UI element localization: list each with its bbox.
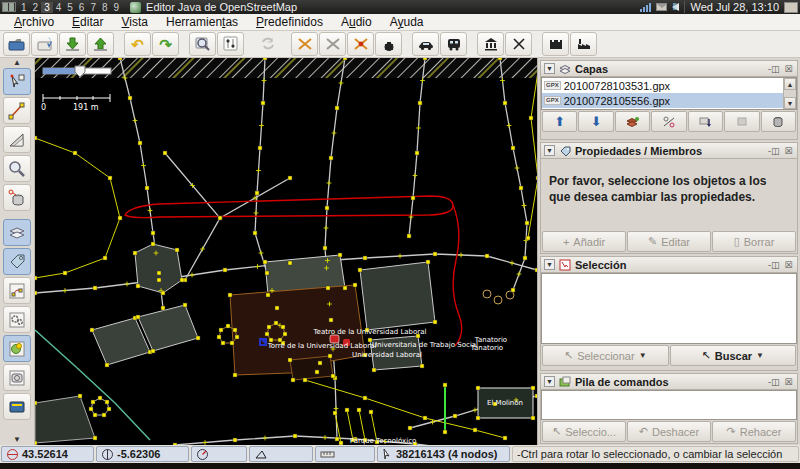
undo-button[interactable]: ↶ <box>124 32 151 56</box>
map-node[interactable] <box>363 256 367 260</box>
relation-list-button[interactable] <box>3 277 31 304</box>
map-node[interactable] <box>228 293 232 297</box>
map-node[interactable] <box>498 58 502 60</box>
command-stack-list[interactable] <box>541 390 797 420</box>
workspace-9[interactable]: 9 <box>111 2 123 13</box>
window-title[interactable]: Editor Java de OpenStreetMap <box>146 1 297 13</box>
pin-icon[interactable]: -◫ <box>768 260 779 270</box>
map-node[interactable] <box>183 303 187 307</box>
map-node[interactable] <box>235 335 239 339</box>
map-node[interactable] <box>35 276 37 280</box>
map-node[interactable] <box>411 196 415 200</box>
map-node[interactable] <box>73 151 77 155</box>
workspace-5[interactable]: 5 <box>64 2 76 13</box>
mini-roundabout-preset-button[interactable] <box>347 32 374 56</box>
map-node[interactable] <box>136 315 140 319</box>
workspace-6[interactable]: 6 <box>76 2 88 13</box>
map-node[interactable] <box>253 231 257 235</box>
map-node[interactable] <box>325 206 329 210</box>
pin-icon[interactable]: -◫ <box>768 146 779 156</box>
map-node[interactable] <box>145 186 149 190</box>
bus-preset-button[interactable] <box>440 32 467 56</box>
map-node[interactable] <box>339 441 343 445</box>
menu-audio[interactable]: Audio <box>333 14 380 30</box>
select-tool-button[interactable] <box>3 68 31 95</box>
map-node[interactable] <box>335 437 339 441</box>
map-node[interactable] <box>283 332 287 336</box>
properties-dialog-button[interactable] <box>3 248 31 275</box>
clock[interactable]: Wed Jul 28, 13:10 <box>684 1 779 13</box>
map-node[interactable] <box>407 234 411 238</box>
collapse-icon[interactable]: ▼ <box>544 259 555 270</box>
bank-preset-button[interactable] <box>477 32 504 56</box>
map-node[interactable] <box>357 408 361 412</box>
map-node[interactable] <box>343 286 347 290</box>
map-node[interactable] <box>372 368 376 372</box>
map-node[interactable] <box>35 136 37 140</box>
map-node[interactable] <box>335 106 339 110</box>
map-node[interactable] <box>443 383 447 387</box>
map-node[interactable] <box>338 253 342 257</box>
map-node[interactable] <box>223 268 227 272</box>
map-node[interactable] <box>433 252 437 256</box>
workspace-2[interactable]: 2 <box>30 2 42 13</box>
map-node[interactable] <box>35 441 37 445</box>
map-node[interactable] <box>233 328 237 332</box>
map-node[interactable] <box>218 216 222 220</box>
workspace-3[interactable]: 3 <box>41 2 53 13</box>
menu-vista[interactable]: Vista <box>113 14 156 30</box>
command-undo-button[interactable]: ↶Deshacer <box>627 421 711 442</box>
map-node[interactable] <box>529 116 533 120</box>
properties-panel-header[interactable]: ▼ Propiedades / Miembros -◫ ☒ <box>541 143 797 159</box>
map-node[interactable] <box>93 286 97 290</box>
download-button[interactable] <box>59 32 86 56</box>
map-node[interactable] <box>263 260 267 264</box>
map-node[interactable] <box>526 236 530 240</box>
map-node[interactable] <box>63 271 67 275</box>
map-node[interactable] <box>136 284 140 288</box>
map-node[interactable] <box>118 58 122 60</box>
workspace-8[interactable]: 8 <box>99 2 111 13</box>
monument-icon[interactable] <box>259 338 267 346</box>
map-node[interactable] <box>323 246 327 250</box>
map-node[interactable] <box>519 186 523 190</box>
map-node[interactable] <box>503 436 507 440</box>
car-preset-button[interactable] <box>412 32 439 56</box>
zoom-tool-button[interactable] <box>3 155 31 182</box>
map-node[interactable] <box>274 321 278 325</box>
map-node[interactable] <box>35 291 37 295</box>
map-node[interactable] <box>151 231 155 235</box>
map-node[interactable] <box>315 370 319 374</box>
map-node[interactable] <box>133 251 137 255</box>
map-node[interactable] <box>423 416 427 420</box>
map-node[interactable] <box>265 271 269 275</box>
pin-icon[interactable]: -◫ <box>768 64 779 74</box>
map-node[interactable] <box>219 328 223 332</box>
map-node[interactable] <box>423 58 427 60</box>
layer-move-down-button[interactable]: ⬇ <box>578 111 613 132</box>
map-node[interactable] <box>326 286 330 290</box>
map-node[interactable] <box>103 256 107 260</box>
map-node[interactable] <box>281 325 285 329</box>
select-button[interactable]: ↖Seleccionar▼ <box>542 345 669 366</box>
map-node[interactable] <box>118 216 122 220</box>
map-node[interactable] <box>93 436 97 440</box>
layer-duplicate-button[interactable] <box>724 111 759 132</box>
pin-icon[interactable]: -◫ <box>768 377 779 387</box>
map-node[interactable] <box>511 146 515 150</box>
map-node[interactable] <box>233 438 237 442</box>
map-node[interactable] <box>511 288 515 292</box>
layer-row[interactable]: GPX20100728103531.gpx <box>542 78 783 93</box>
map-node[interactable] <box>217 335 221 339</box>
layer-visibility-button[interactable] <box>651 111 686 132</box>
map-node[interactable] <box>258 146 262 150</box>
delete-property-button[interactable]: ▯Borrar <box>712 231 796 252</box>
layer-move-up-button[interactable]: ⬆ <box>542 111 577 132</box>
menu-ayuda[interactable]: Ayuda <box>382 14 432 30</box>
menu-herramientas[interactable]: Herramientas <box>158 14 246 30</box>
map-node[interactable] <box>503 101 507 105</box>
map-node[interactable] <box>157 271 161 275</box>
map-node[interactable] <box>345 408 349 412</box>
map-node[interactable] <box>288 358 292 362</box>
stop-hand-preset-button[interactable] <box>375 32 402 56</box>
